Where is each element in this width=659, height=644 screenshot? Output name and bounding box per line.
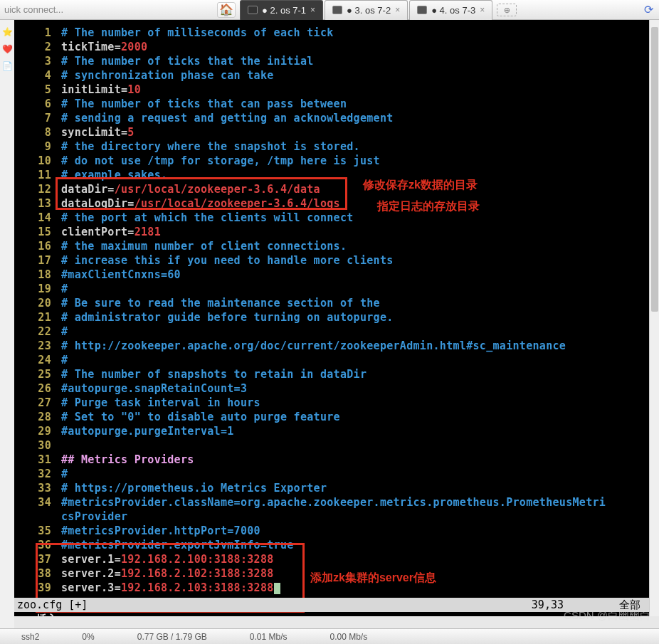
terminal-icon <box>417 6 427 14</box>
tab-2.-os-7-1[interactable]: ● 2. os 7-1 × <box>240 0 323 20</box>
code-line[interactable]: server.3=192.168.2.103:3188:3288 <box>61 581 280 595</box>
line-number: 14 <box>38 211 51 225</box>
line-number: 39 <box>38 581 51 595</box>
code-line[interactable]: #metricsProvider.httpPort=7000 <box>61 524 260 538</box>
line-number: 27 <box>38 396 51 410</box>
code-line[interactable]: # <box>61 467 68 481</box>
code-line[interactable]: #metricsProvider.exportJvmInfo=true <box>61 538 294 552</box>
line-number: 12 <box>38 182 51 196</box>
code-line[interactable]: # <box>61 324 68 339</box>
annotation-logdir: 指定日志的存放目录 <box>377 199 480 214</box>
code-line[interactable]: csProvider <box>61 510 127 524</box>
heart-icon[interactable]: ❤️ <box>2 44 12 54</box>
line-number: 19 <box>38 282 51 296</box>
code-line[interactable]: # increase this if you need to handle mo… <box>61 253 394 268</box>
close-icon[interactable]: × <box>395 5 400 15</box>
code-line[interactable]: #autopurge.purgeInterval=1 <box>61 424 234 438</box>
tab-3.-os-7-2[interactable]: ● 3. os 7-2 × <box>325 0 408 20</box>
code-line[interactable]: ## Metrics Providers <box>61 453 194 467</box>
code-line[interactable]: clientPort=2181 <box>61 225 161 239</box>
code-line[interactable]: server.2=192.168.2.102:3188:3288 <box>61 566 274 581</box>
code-line[interactable]: syncLimit=5 <box>61 125 135 139</box>
line-number: 29 <box>38 424 51 438</box>
code-line[interactable]: # do not use /tmp for storage, /tmp here… <box>61 154 380 168</box>
line-number: 34 <box>38 495 51 510</box>
line-number: 21 <box>38 310 51 324</box>
code-line[interactable]: tickTime=2000 <box>61 40 147 54</box>
new-tab-button[interactable]: ⊕ <box>497 4 517 16</box>
scrollbar-thumb[interactable] <box>651 27 658 312</box>
bottom-status-bar: ssh20%0.77 GB / 1.79 GB0.01 Mb/s0.00 Mb/… <box>0 628 659 644</box>
code-line[interactable]: # the directory where the snapshot is st… <box>61 139 360 154</box>
editor[interactable]: 1234567891011121314151617181920212223242… <box>14 20 649 616</box>
line-number: 24 <box>38 353 51 367</box>
code-line[interactable]: # The number of ticks that the initial <box>61 54 314 68</box>
bottom-stat: ssh2 <box>21 632 39 642</box>
vim-mode-line: -- 插入 -- <box>14 612 649 616</box>
line-number: 13 <box>38 196 51 211</box>
code-line[interactable]: # the port at which the clients will con… <box>61 211 354 225</box>
code-line[interactable]: # the maximum number of client connectio… <box>61 239 347 253</box>
code-line[interactable]: # The number of snapshots to retain in d… <box>61 367 367 381</box>
line-number: 30 <box>38 438 51 453</box>
code-line[interactable]: #maxClientCnxns=60 <box>61 268 181 282</box>
code-line[interactable]: # Be sure to read the maintenance sectio… <box>61 296 380 310</box>
line-number: 33 <box>38 481 51 495</box>
code-line[interactable]: # synchronization phase can take <box>61 68 274 83</box>
vertical-scrollbar[interactable] <box>649 20 659 616</box>
note-icon[interactable]: 📄 <box>2 61 12 71</box>
tab-4.-os-7-3[interactable]: ● 4. os 7-3 × <box>409 0 492 20</box>
line-number: 31 <box>38 453 51 467</box>
code-line[interactable]: # sending a request and getting an ackno… <box>61 111 394 125</box>
star-icon[interactable]: ⭐ <box>2 27 12 37</box>
code-line[interactable]: # example sakes. <box>61 168 167 182</box>
line-number: 4 <box>45 68 51 83</box>
code-line[interactable]: server.1=192.168.2.100:3188:3288 <box>61 552 274 566</box>
bottom-stat: 0.01 Mb/s <box>250 632 288 642</box>
line-number: 11 <box>38 168 51 182</box>
close-icon[interactable]: × <box>480 5 485 15</box>
code-line[interactable]: dataDir=/usr/local/zookeeper-3.6.4/data <box>61 182 320 196</box>
code-line[interactable]: # The number of milliseconds of each tic… <box>61 26 334 40</box>
bottom-stat: 0.00 Mb/s <box>330 632 367 642</box>
home-icon[interactable]: 🏠 <box>217 2 236 18</box>
code-line[interactable]: #metricsProvider.className=org.apache.zo… <box>61 495 606 510</box>
code-line[interactable]: # <box>61 282 68 296</box>
line-number: 28 <box>38 410 51 424</box>
code-line[interactable]: dataLogDir=/usr/local/zookeeper-3.6.4/lo… <box>61 196 340 211</box>
line-number: 18 <box>38 268 51 282</box>
line-number: 2 <box>45 40 51 54</box>
line-number: 35 <box>38 524 51 538</box>
refresh-icon[interactable]: ⟳ <box>644 3 653 16</box>
line-number: 3 <box>45 54 51 68</box>
line-number: 36 <box>38 538 51 552</box>
code-line[interactable]: # https://prometheus.io Metrics Exporter <box>61 481 327 495</box>
annotation-servers: 添加zk集群的server信息 <box>310 571 436 586</box>
line-number: 9 <box>45 139 51 154</box>
line-number: 17 <box>38 253 51 268</box>
code-line[interactable]: # Set to "0" to disable auto purge featu… <box>61 410 340 424</box>
code-line[interactable]: # The number of ticks that can pass betw… <box>61 97 347 111</box>
annotation-datadir: 修改保存zk数据的目录 <box>363 178 478 193</box>
code-line[interactable]: # Purge task interval in hours <box>61 396 260 410</box>
left-rail: ⭐ ❤️ 📄 <box>0 20 14 644</box>
terminal-icon <box>248 6 258 14</box>
watermark: CSDN @白幽幽白 <box>564 609 650 623</box>
quick-connect-input[interactable]: uick connect... <box>0 3 217 16</box>
line-number: 37 <box>38 552 51 566</box>
code-line[interactable]: # administrator guide before turning on … <box>61 310 394 324</box>
line-number: 10 <box>38 154 51 168</box>
line-number: 8 <box>45 125 51 139</box>
line-number: 38 <box>38 566 51 581</box>
tab-strip: ● 2. os 7-1 ×● 3. os 7-2 ×● 4. os 7-3 × <box>240 0 494 20</box>
vim-status-line: zoo.cfg [+] 39,33 全部 <box>14 598 649 612</box>
code-line[interactable]: # http://zookeeper.apache.org/doc/curren… <box>61 339 566 353</box>
bottom-stat: 0% <box>82 632 94 642</box>
line-number: 26 <box>38 381 51 396</box>
close-icon[interactable]: × <box>310 5 315 15</box>
code-line[interactable]: #autopurge.snapRetainCount=3 <box>61 381 247 396</box>
code-line[interactable]: initLimit=10 <box>61 83 141 97</box>
line-number: 16 <box>38 239 51 253</box>
line-number: 15 <box>38 225 51 239</box>
code-line[interactable]: # <box>61 353 68 367</box>
